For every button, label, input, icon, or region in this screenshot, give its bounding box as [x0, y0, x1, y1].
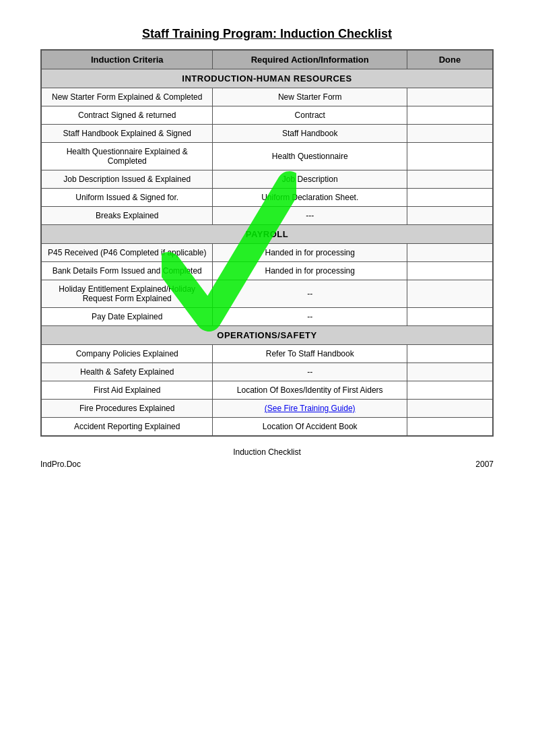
done-cell [407, 106, 493, 125]
done-cell [407, 345, 493, 363]
done-cell [407, 400, 493, 418]
action-cell: Refer To Staff Handbook [213, 345, 407, 363]
table-row: Bank Details Form Issued and CompletedHa… [41, 262, 493, 280]
criteria-cell: Fire Procedures Explained [41, 400, 213, 418]
action-cell: Job Description [213, 170, 407, 189]
criteria-cell: Health & Safety Explained [41, 363, 213, 381]
done-cell [407, 207, 493, 225]
criteria-cell: Uniform Issued & Signed for. [41, 189, 213, 207]
footer-sides: IndPro.Doc 2007 [40, 460, 494, 469]
header-done: Done [407, 50, 493, 69]
footer-left: IndPro.Doc [40, 460, 81, 469]
action-cell: (See Fire Training Guide) [213, 400, 407, 418]
criteria-cell: Job Description Issued & Explained [41, 170, 213, 189]
action-cell: Uniform Declaration Sheet. [213, 189, 407, 207]
done-cell [407, 308, 493, 326]
header-criteria: Induction Criteria [41, 50, 213, 69]
done-cell [407, 88, 493, 106]
table-row: Uniform Issued & Signed for.Uniform Decl… [41, 189, 493, 207]
criteria-cell: Staff Handbook Explained & Signed [41, 125, 213, 143]
done-cell [407, 143, 493, 170]
done-cell [407, 280, 493, 308]
action-cell: Health Questionnaire [213, 143, 407, 170]
criteria-cell: Breaks Explained [41, 207, 213, 225]
criteria-cell: P45 Received (P46 Completed if applicabl… [41, 244, 213, 262]
action-cell: -- [213, 363, 407, 381]
done-cell [407, 125, 493, 143]
table-row: Job Description Issued & ExplainedJob De… [41, 170, 493, 189]
page-title: Staff Training Program: Induction Checkl… [40, 27, 494, 41]
criteria-cell: Accident Reporting Explained [41, 418, 213, 437]
action-cell: New Starter Form [213, 88, 407, 106]
table-row: Staff Handbook Explained & SignedStaff H… [41, 125, 493, 143]
footer-right: 2007 [475, 460, 494, 469]
section-row: OPERATIONS/SAFETY [41, 326, 493, 345]
action-cell: Location Of Boxes/Identity of First Aide… [213, 381, 407, 400]
done-cell [407, 363, 493, 381]
table-row: Holiday Entitlement Explained/Holiday Re… [41, 280, 493, 308]
action-cell: Handed in for processing [213, 262, 407, 280]
criteria-cell: Company Policies Explained [41, 345, 213, 363]
done-cell [407, 381, 493, 400]
table-row: New Starter Form Explained & CompletedNe… [41, 88, 493, 106]
action-cell: -- [213, 308, 407, 326]
action-cell: -- [213, 280, 407, 308]
action-cell: Staff Handbook [213, 125, 407, 143]
section-row: INTRODUCTION-HUMAN RESOURCES [41, 69, 493, 88]
criteria-cell: Health Questionnaire Explained & Complet… [41, 143, 213, 170]
criteria-cell: New Starter Form Explained & Completed [41, 88, 213, 106]
table-row: Pay Date Explained-- [41, 308, 493, 326]
table-row: Contract Signed & returnedContract [41, 106, 493, 125]
table-row: Breaks Explained--- [41, 207, 493, 225]
criteria-cell: Bank Details Form Issued and Completed [41, 262, 213, 280]
done-cell [407, 418, 493, 437]
action-cell: Location Of Accident Book [213, 418, 407, 437]
action-cell: --- [213, 207, 407, 225]
footer-center: Induction Checklist [40, 447, 494, 457]
action-cell: Contract [213, 106, 407, 125]
table-row: Company Policies ExplainedRefer To Staff… [41, 345, 493, 363]
table-row: Fire Procedures Explained(See Fire Train… [41, 400, 493, 418]
done-cell [407, 170, 493, 189]
table-row: Health & Safety Explained-- [41, 363, 493, 381]
table-header: Induction Criteria Required Action/Infor… [41, 50, 493, 69]
induction-checklist-table: Induction Criteria Required Action/Infor… [40, 49, 494, 437]
criteria-cell: Holiday Entitlement Explained/Holiday Re… [41, 280, 213, 308]
table-row: P45 Received (P46 Completed if applicabl… [41, 244, 493, 262]
section-row: PAYROLL [41, 225, 493, 244]
criteria-cell: First Aid Explained [41, 381, 213, 400]
header-action: Required Action/Information [213, 50, 407, 69]
done-cell [407, 189, 493, 207]
table-row: Health Questionnaire Explained & Complet… [41, 143, 493, 170]
done-cell [407, 244, 493, 262]
criteria-cell: Pay Date Explained [41, 308, 213, 326]
criteria-cell: Contract Signed & returned [41, 106, 213, 125]
action-cell: Handed in for processing [213, 244, 407, 262]
done-cell [407, 262, 493, 280]
table-row: Accident Reporting ExplainedLocation Of … [41, 418, 493, 437]
table-row: First Aid ExplainedLocation Of Boxes/Ide… [41, 381, 493, 400]
